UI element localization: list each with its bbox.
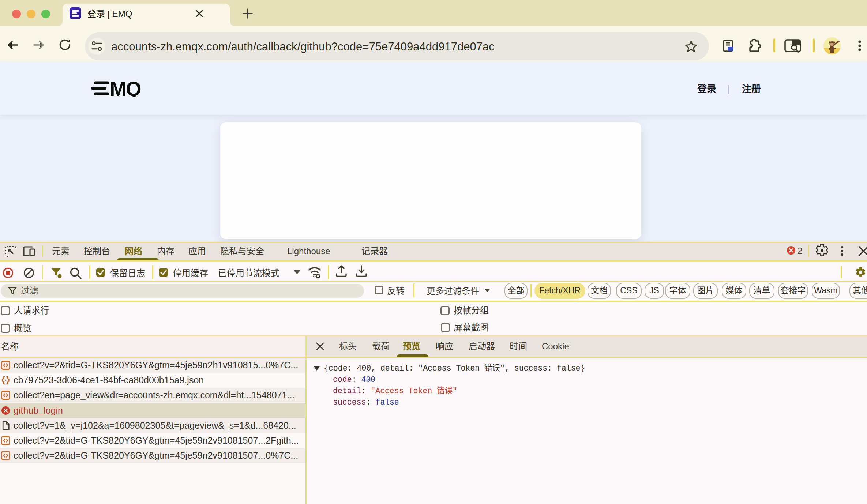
svg-text:MQ: MQ <box>110 81 141 97</box>
